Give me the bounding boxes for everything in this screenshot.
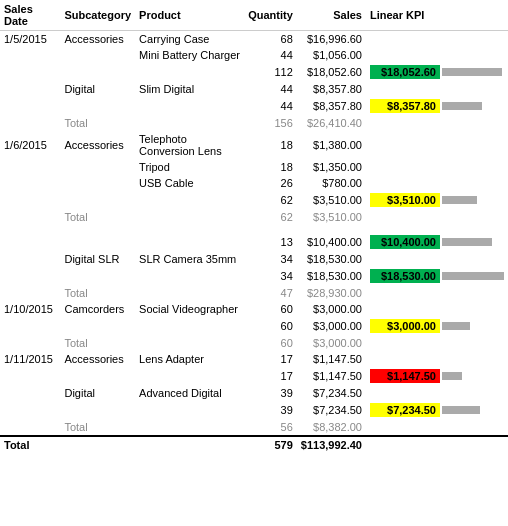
cell-sales: $3,000.00 xyxy=(297,317,366,335)
cell-qty: 56 xyxy=(244,419,297,436)
grand-total-row: Total 579 $113,992.40 xyxy=(0,436,508,453)
cell-kpi xyxy=(366,385,508,401)
col-header-date: Sales Date xyxy=(0,0,60,31)
cell-subcat xyxy=(60,159,135,175)
cell-product: Advanced Digital xyxy=(135,385,244,401)
cell-subcat: Digital xyxy=(60,385,135,401)
cell-kpi xyxy=(366,159,508,175)
table-row: Digital SLRSLR Camera 35mm34$18,530.00 xyxy=(0,251,508,267)
table-row: DigitalSlim Digital44$8,357.80 xyxy=(0,81,508,97)
cell-qty: 39 xyxy=(244,385,297,401)
cell-sales: $8,357.80 xyxy=(297,97,366,115)
cell-subcat xyxy=(60,401,135,419)
cell-qty: 60 xyxy=(244,317,297,335)
cell-qty: 13 xyxy=(244,233,297,251)
table-row: 1/11/2015AccessoriesLens Adapter17$1,147… xyxy=(0,351,508,367)
table-row: 62$3,510.00$3,510.00 xyxy=(0,191,508,209)
cell-product: Lens Adapter xyxy=(135,351,244,367)
cell-qty: 44 xyxy=(244,47,297,63)
cell-product xyxy=(135,209,244,225)
cell-product xyxy=(135,367,244,385)
cell-qty: 34 xyxy=(244,267,297,285)
cell-sales: $3,000.00 xyxy=(297,335,366,351)
table-row: 60$3,000.00$3,000.00 xyxy=(0,317,508,335)
cell-subcat xyxy=(60,233,135,251)
grand-total-label: Total xyxy=(0,436,244,453)
cell-kpi xyxy=(366,301,508,317)
cell-qty: 60 xyxy=(244,335,297,351)
cell-product xyxy=(135,401,244,419)
cell-date xyxy=(0,401,60,419)
col-header-sales: Sales xyxy=(297,0,366,31)
table-row: Total156$26,410.40 xyxy=(0,115,508,131)
cell-subcat xyxy=(60,97,135,115)
cell-date xyxy=(0,97,60,115)
cell-qty: 39 xyxy=(244,401,297,419)
cell-date xyxy=(0,81,60,97)
cell-subcat xyxy=(60,317,135,335)
cell-kpi: $8,357.80 xyxy=(366,97,508,115)
cell-kpi: $18,052.60 xyxy=(366,63,508,81)
cell-kpi: $1,147.50 xyxy=(366,367,508,385)
cell-kpi xyxy=(366,31,508,48)
cell-date xyxy=(0,209,60,225)
cell-sales: $8,382.00 xyxy=(297,419,366,436)
cell-product: USB Cable xyxy=(135,175,244,191)
cell-qty: 18 xyxy=(244,159,297,175)
cell-subcat: Total xyxy=(60,115,135,131)
col-header-kpi: Linear KPI xyxy=(366,0,508,31)
cell-qty: 60 xyxy=(244,301,297,317)
cell-date xyxy=(0,233,60,251)
cell-subcat: Accessories xyxy=(60,31,135,48)
cell-sales: $18,530.00 xyxy=(297,267,366,285)
table-row: 39$7,234.50$7,234.50 xyxy=(0,401,508,419)
grand-total-kpi xyxy=(366,436,508,453)
cell-subcat: Total xyxy=(60,285,135,301)
cell-qty: 156 xyxy=(244,115,297,131)
col-header-subcat: Subcategory xyxy=(60,0,135,31)
cell-sales: $1,380.00 xyxy=(297,131,366,159)
cell-date xyxy=(0,115,60,131)
table-row: 17$1,147.50$1,147.50 xyxy=(0,367,508,385)
cell-product xyxy=(135,97,244,115)
table-row: USB Cable26$780.00 xyxy=(0,175,508,191)
table-row: 34$18,530.00$18,530.00 xyxy=(0,267,508,285)
cell-subcat xyxy=(60,367,135,385)
col-header-product: Product xyxy=(135,0,244,31)
cell-product: Social Videographer xyxy=(135,301,244,317)
table-row: Total47$28,930.00 xyxy=(0,285,508,301)
cell-product: SLR Camera 35mm xyxy=(135,251,244,267)
cell-kpi: $18,530.00 xyxy=(366,267,508,285)
cell-kpi xyxy=(366,351,508,367)
grand-total-qty: 579 xyxy=(244,436,297,453)
cell-sales: $7,234.50 xyxy=(297,401,366,419)
cell-product xyxy=(135,317,244,335)
cell-product xyxy=(135,191,244,209)
cell-sales: $18,530.00 xyxy=(297,251,366,267)
cell-sales: $3,510.00 xyxy=(297,209,366,225)
cell-sales: $1,147.50 xyxy=(297,367,366,385)
cell-qty: 17 xyxy=(244,351,297,367)
table-row: DigitalAdvanced Digital39$7,234.50 xyxy=(0,385,508,401)
cell-product: Tripod xyxy=(135,159,244,175)
cell-product: Carrying Case xyxy=(135,31,244,48)
gap-row xyxy=(0,225,508,233)
cell-product xyxy=(135,63,244,81)
cell-date xyxy=(0,419,60,436)
cell-kpi xyxy=(366,285,508,301)
cell-kpi: $7,234.50 xyxy=(366,401,508,419)
cell-sales: $16,996.60 xyxy=(297,31,366,48)
cell-date xyxy=(0,367,60,385)
cell-date xyxy=(0,251,60,267)
cell-date: 1/6/2015 xyxy=(0,131,60,159)
cell-subcat: Digital SLR xyxy=(60,251,135,267)
cell-kpi: $3,000.00 xyxy=(366,317,508,335)
cell-date xyxy=(0,63,60,81)
cell-sales: $18,052.60 xyxy=(297,63,366,81)
table-row: Total60$3,000.00 xyxy=(0,335,508,351)
cell-date xyxy=(0,175,60,191)
cell-kpi xyxy=(366,81,508,97)
cell-kpi xyxy=(366,335,508,351)
cell-sales: $10,400.00 xyxy=(297,233,366,251)
table-row: 1/10/2015CamcordersSocial Videographer60… xyxy=(0,301,508,317)
